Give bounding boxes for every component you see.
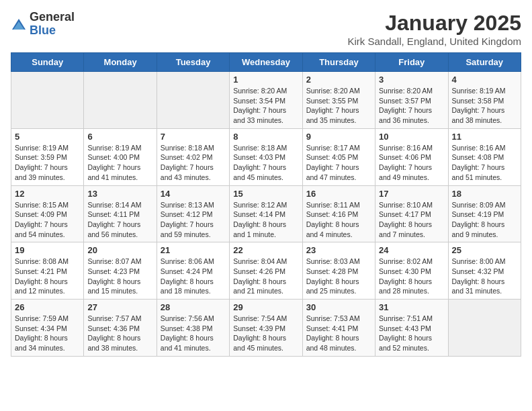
- calendar-day-cell: 7Sunrise: 8:18 AM Sunset: 4:02 PM Daylig…: [157, 128, 229, 185]
- day-info: Sunrise: 8:15 AM Sunset: 4:09 PM Dayligh…: [15, 200, 80, 240]
- day-info: Sunrise: 8:16 AM Sunset: 4:08 PM Dayligh…: [452, 143, 517, 183]
- day-number: 10: [379, 132, 444, 142]
- day-info: Sunrise: 8:06 AM Sunset: 4:24 PM Dayligh…: [161, 257, 226, 296]
- page-header: General Blue January 2025 Kirk Sandall, …: [11, 11, 521, 47]
- logo-text-general: General: [30, 11, 75, 24]
- day-info: Sunrise: 7:59 AM Sunset: 4:34 PM Dayligh…: [15, 314, 80, 353]
- day-number: 5: [15, 132, 80, 142]
- day-number: 11: [452, 132, 517, 142]
- logo-icon: [11, 17, 27, 31]
- calendar-day-cell: 28Sunrise: 7:56 AM Sunset: 4:38 PM Dayli…: [157, 300, 229, 357]
- calendar-day-cell: 20Sunrise: 8:07 AM Sunset: 4:23 PM Dayli…: [84, 242, 157, 300]
- weekday-header-cell: Saturday: [448, 53, 521, 72]
- month-title: January 2025: [348, 11, 522, 36]
- location-title: Kirk Sandall, England, United Kingdom: [348, 36, 522, 47]
- calendar-table: SundayMondayTuesdayWednesdayThursdayFrid…: [11, 52, 521, 357]
- calendar-week-row: 12Sunrise: 8:15 AM Sunset: 4:09 PM Dayli…: [11, 185, 521, 242]
- calendar-day-cell: 23Sunrise: 8:03 AM Sunset: 4:28 PM Dayli…: [302, 242, 375, 300]
- day-info: Sunrise: 8:20 AM Sunset: 3:54 PM Dayligh…: [233, 86, 298, 126]
- day-number: 1: [233, 75, 298, 85]
- calendar-day-cell: 21Sunrise: 8:06 AM Sunset: 4:24 PM Dayli…: [157, 242, 229, 300]
- calendar-day-cell: 2Sunrise: 8:20 AM Sunset: 3:55 PM Daylig…: [302, 72, 375, 129]
- day-info: Sunrise: 8:11 AM Sunset: 4:16 PM Dayligh…: [306, 200, 371, 240]
- day-info: Sunrise: 8:12 AM Sunset: 4:14 PM Dayligh…: [233, 200, 298, 240]
- day-number: 8: [233, 132, 298, 142]
- calendar-day-cell: 14Sunrise: 8:13 AM Sunset: 4:12 PM Dayli…: [157, 185, 229, 242]
- day-info: Sunrise: 8:13 AM Sunset: 4:12 PM Dayligh…: [161, 200, 226, 240]
- day-info: Sunrise: 8:20 AM Sunset: 3:57 PM Dayligh…: [379, 86, 444, 126]
- calendar-day-cell: 3Sunrise: 8:20 AM Sunset: 3:57 PM Daylig…: [375, 72, 448, 129]
- day-number: 25: [452, 245, 517, 255]
- day-number: 12: [15, 189, 80, 199]
- calendar-day-cell: [157, 72, 229, 129]
- day-number: 16: [306, 189, 371, 199]
- day-number: 30: [306, 302, 371, 312]
- weekday-header-cell: Thursday: [302, 53, 375, 72]
- calendar-day-cell: [84, 72, 157, 129]
- calendar-day-cell: 31Sunrise: 7:51 AM Sunset: 4:43 PM Dayli…: [375, 300, 448, 357]
- calendar-day-cell: 15Sunrise: 8:12 AM Sunset: 4:14 PM Dayli…: [230, 185, 302, 242]
- calendar-day-cell: 19Sunrise: 8:08 AM Sunset: 4:21 PM Dayli…: [11, 242, 84, 300]
- day-number: 6: [87, 132, 152, 142]
- day-number: 15: [233, 189, 298, 199]
- day-number: 18: [452, 189, 517, 199]
- day-number: 9: [306, 132, 371, 142]
- calendar-day-cell: 8Sunrise: 8:18 AM Sunset: 4:03 PM Daylig…: [230, 128, 302, 185]
- calendar-week-row: 19Sunrise: 8:08 AM Sunset: 4:21 PM Dayli…: [11, 242, 521, 300]
- weekday-header-cell: Sunday: [11, 53, 84, 72]
- day-number: 24: [379, 245, 444, 255]
- calendar-day-cell: 9Sunrise: 8:17 AM Sunset: 4:05 PM Daylig…: [302, 128, 375, 185]
- day-info: Sunrise: 8:07 AM Sunset: 4:23 PM Dayligh…: [87, 257, 152, 296]
- day-number: 2: [306, 75, 371, 85]
- day-info: Sunrise: 8:04 AM Sunset: 4:26 PM Dayligh…: [233, 257, 298, 296]
- title-area: January 2025 Kirk Sandall, England, Unit…: [348, 11, 522, 47]
- day-info: Sunrise: 8:10 AM Sunset: 4:17 PM Dayligh…: [379, 200, 444, 240]
- calendar-week-row: 5Sunrise: 8:19 AM Sunset: 3:59 PM Daylig…: [11, 128, 521, 185]
- day-number: 13: [87, 189, 152, 199]
- day-number: 7: [161, 132, 226, 142]
- day-number: 29: [233, 302, 298, 312]
- day-number: 17: [379, 189, 444, 199]
- day-info: Sunrise: 8:02 AM Sunset: 4:30 PM Dayligh…: [379, 257, 444, 296]
- day-info: Sunrise: 8:16 AM Sunset: 4:06 PM Dayligh…: [379, 143, 444, 183]
- calendar-day-cell: 10Sunrise: 8:16 AM Sunset: 4:06 PM Dayli…: [375, 128, 448, 185]
- calendar-day-cell: 26Sunrise: 7:59 AM Sunset: 4:34 PM Dayli…: [11, 300, 84, 357]
- day-info: Sunrise: 8:03 AM Sunset: 4:28 PM Dayligh…: [306, 257, 371, 296]
- day-number: 19: [15, 245, 80, 255]
- day-info: Sunrise: 8:20 AM Sunset: 3:55 PM Dayligh…: [306, 86, 371, 126]
- calendar-day-cell: 1Sunrise: 8:20 AM Sunset: 3:54 PM Daylig…: [230, 72, 302, 129]
- logo-text-blue: Blue: [30, 24, 75, 38]
- calendar-day-cell: 25Sunrise: 8:00 AM Sunset: 4:32 PM Dayli…: [448, 242, 521, 300]
- calendar-day-cell: 16Sunrise: 8:11 AM Sunset: 4:16 PM Dayli…: [302, 185, 375, 242]
- day-number: 23: [306, 245, 371, 255]
- calendar-week-row: 1Sunrise: 8:20 AM Sunset: 3:54 PM Daylig…: [11, 72, 521, 129]
- calendar-day-cell: 5Sunrise: 8:19 AM Sunset: 3:59 PM Daylig…: [11, 128, 84, 185]
- calendar-day-cell: 11Sunrise: 8:16 AM Sunset: 4:08 PM Dayli…: [448, 128, 521, 185]
- day-number: 3: [379, 75, 444, 85]
- weekday-header-cell: Wednesday: [230, 53, 302, 72]
- day-info: Sunrise: 8:18 AM Sunset: 4:02 PM Dayligh…: [161, 143, 226, 183]
- day-number: 31: [379, 302, 444, 312]
- day-info: Sunrise: 8:18 AM Sunset: 4:03 PM Dayligh…: [233, 143, 298, 183]
- calendar-day-cell: 27Sunrise: 7:57 AM Sunset: 4:36 PM Dayli…: [84, 300, 157, 357]
- day-info: Sunrise: 7:53 AM Sunset: 4:41 PM Dayligh…: [306, 314, 371, 353]
- calendar-day-cell: 13Sunrise: 8:14 AM Sunset: 4:11 PM Dayli…: [84, 185, 157, 242]
- weekday-header-cell: Friday: [375, 53, 448, 72]
- calendar-day-cell: [448, 300, 521, 357]
- day-info: Sunrise: 8:19 AM Sunset: 3:59 PM Dayligh…: [15, 143, 80, 183]
- calendar-body: 1Sunrise: 8:20 AM Sunset: 3:54 PM Daylig…: [11, 72, 521, 357]
- calendar-day-cell: 4Sunrise: 8:19 AM Sunset: 3:58 PM Daylig…: [448, 72, 521, 129]
- calendar-day-cell: 6Sunrise: 8:19 AM Sunset: 4:00 PM Daylig…: [84, 128, 157, 185]
- day-number: 22: [233, 245, 298, 255]
- day-number: 4: [452, 75, 517, 85]
- calendar-day-cell: 30Sunrise: 7:53 AM Sunset: 4:41 PM Dayli…: [302, 300, 375, 357]
- calendar-day-cell: 18Sunrise: 8:09 AM Sunset: 4:19 PM Dayli…: [448, 185, 521, 242]
- logo: General Blue: [11, 11, 75, 38]
- weekday-header-cell: Monday: [84, 53, 157, 72]
- day-number: 26: [15, 302, 80, 312]
- day-number: 14: [161, 189, 226, 199]
- day-number: 20: [87, 245, 152, 255]
- day-info: Sunrise: 7:56 AM Sunset: 4:38 PM Dayligh…: [161, 314, 226, 353]
- day-info: Sunrise: 8:09 AM Sunset: 4:19 PM Dayligh…: [452, 200, 517, 240]
- day-info: Sunrise: 8:19 AM Sunset: 3:58 PM Dayligh…: [452, 86, 517, 126]
